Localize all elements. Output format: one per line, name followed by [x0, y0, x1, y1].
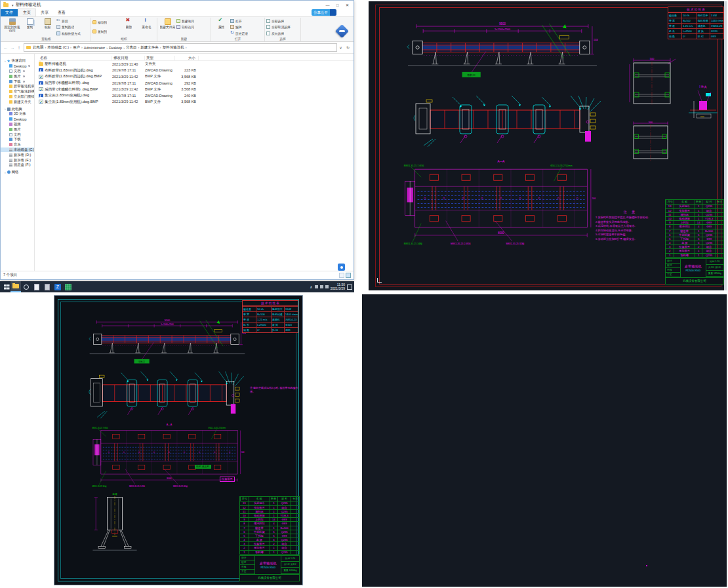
- taskbar-explorer-button[interactable]: [10, 281, 21, 292]
- sidebar-item[interactable]: 图片: [1, 127, 34, 132]
- breadcrumb-item[interactable]: 新建文件夹: [140, 45, 162, 50]
- share-badge[interactable]: 分享公开: [312, 9, 336, 16]
- sidebar-item[interactable]: 新建文件夹: [1, 99, 34, 104]
- action-center-icon[interactable]: [347, 284, 352, 290]
- table-row[interactable]: 布料胶带(1.83mm挡边机).dwg.BMP 2021/3/29 11:42 …: [39, 73, 354, 80]
- sidebar-item[interactable]: Desktop: [1, 117, 34, 122]
- maximize-button[interactable]: □: [333, 1, 342, 9]
- sidebar-item[interactable]: 新加卷 (D:): [1, 152, 34, 157]
- tray-chevron-icon[interactable]: ∧: [310, 284, 312, 289]
- breadcrumb-item[interactable]: Administrator: [84, 46, 109, 50]
- column-header-name[interactable]: 名称: [39, 56, 112, 60]
- sidebar-item[interactable]: 空气输送斜槽组件: [1, 89, 34, 94]
- breadcrumb-item[interactable]: 本地磁盘 (C:): [47, 45, 73, 50]
- taskbar-clock[interactable]: 11:50 2021/3/29: [331, 283, 345, 291]
- table-row[interactable]: 集尘灰(1.83mm应用机).dwg.BMP 2021/3/29 11:42 B…: [39, 99, 354, 106]
- sidebar-item[interactable]: 下载: [1, 79, 34, 84]
- tab-share[interactable]: 共享: [36, 9, 53, 16]
- table-row[interactable]: 后挡带 (米糖醛出料带) .dwg.BMP 2021/3/29 11:42 BM…: [39, 86, 354, 92]
- taskbar-document-button[interactable]: [31, 281, 42, 292]
- ribbon-button[interactable]: 复制路径: [56, 24, 89, 31]
- volume-icon[interactable]: [320, 285, 323, 288]
- ribbon-button[interactable]: 打开: [230, 18, 263, 24]
- ribbon-button[interactable]: 粘贴快捷方式: [56, 30, 89, 37]
- sidebar-item[interactable]: 立太阳门图纸: [1, 94, 34, 100]
- sidebar-item-label: Desktop: [14, 117, 26, 121]
- sidebar-item[interactable]: 图片: [1, 73, 34, 79]
- details-view-toggle[interactable]: [339, 273, 344, 278]
- tab-home[interactable]: 主页: [18, 9, 36, 16]
- file-list: 塑料传输送机 2021/3/29 11:40 文件夹 布料胶带(1.83mm挡边…: [39, 61, 354, 105]
- sidebar-item[interactable]: 固态盘 (F:): [1, 163, 34, 168]
- sidebar-item[interactable]: 新加卷 (E:): [1, 157, 34, 163]
- breadcrumb-item[interactable]: 塑料传输送机: [163, 45, 188, 50]
- breadcrumb-item[interactable]: 分离器: [126, 45, 140, 50]
- minimize-button[interactable]: —: [323, 1, 333, 9]
- sidebar-item[interactable]: 本地磁盘 (C:): [1, 147, 34, 153]
- refresh-icon[interactable]: ↻: [344, 45, 352, 50]
- sidebar-item[interactable]: 网络: [1, 170, 34, 175]
- sidebar-item[interactable]: 音乐: [1, 142, 34, 147]
- back-button[interactable]: ←: [3, 45, 9, 50]
- ribbon-button[interactable]: 属性: [212, 18, 230, 37]
- ime-icon[interactable]: [315, 285, 318, 288]
- ribbon-button[interactable]: 固定到快速访问: [3, 18, 21, 37]
- ribbon-button[interactable]: 历史记录: [230, 30, 263, 37]
- breadcrumb-box[interactable]: 此电脑本地磁盘 (C:)用户AdministratorDesktop分离器新建文…: [24, 43, 337, 52]
- start-button[interactable]: [0, 281, 10, 292]
- ribbon-button[interactable]: 删除: [120, 18, 138, 37]
- sidebar-item-label: 此电脑: [12, 107, 22, 111]
- sidebar-item[interactable]: 此电脑: [1, 106, 34, 111]
- table-row[interactable]: 塑料传输送机 2021/3/29 11:40 文件夹: [39, 61, 354, 68]
- ribbon-button[interactable]: 反向选择: [266, 30, 299, 37]
- breadcrumb-item[interactable]: 用户: [73, 45, 84, 50]
- file-name: 布料胶带(1.83mm挡边机).dwg: [45, 68, 93, 73]
- ribbon-button[interactable]: 粘贴: [39, 18, 56, 37]
- ribbon-button[interactable]: 新建项目: [176, 18, 209, 24]
- cad-drawing-top: 技 术 特 性 表 输送量50 t/h电机功率3 kW带 宽B=500电机转速1…: [369, 1, 727, 290]
- sidebar-item-icon: [9, 95, 12, 98]
- sidebar-item-label: 下载: [14, 79, 21, 84]
- taskbar-cortana-button[interactable]: [21, 281, 31, 292]
- sidebar-item-icon: [7, 108, 10, 111]
- breadcrumb-item[interactable]: Desktop: [109, 46, 126, 50]
- sidebar-item[interactable]: 文档: [1, 69, 34, 74]
- tab-file[interactable]: 文件: [1, 9, 18, 16]
- address-dropdown-icon[interactable]: ∨: [337, 45, 344, 50]
- sidebar-item[interactable]: 下载: [1, 137, 34, 142]
- ribbon-button[interactable]: 轻松访问: [176, 24, 209, 31]
- column-header-size[interactable]: 大小: [175, 56, 199, 60]
- ribbon-button[interactable]: 重命名: [138, 18, 155, 37]
- sidebar-item[interactable]: 快速访问: [1, 58, 34, 64]
- taskbar-spreadsheet-button[interactable]: [63, 281, 73, 292]
- sidebar-item[interactable]: 视频: [1, 122, 34, 127]
- taskbar-viewer-button[interactable]: [42, 281, 52, 292]
- tab-view[interactable]: 查看: [53, 9, 70, 16]
- column-header-type[interactable]: 类型: [145, 56, 175, 60]
- ribbon-button[interactable]: 编辑: [230, 24, 263, 31]
- table-row[interactable]: 后挡带 (米糖醛出料带) .dwg 2019/7/8 17:11 ZWCAD.D…: [39, 80, 354, 87]
- up-button[interactable]: ↑: [16, 45, 22, 50]
- ribbon-button[interactable]: 复制到: [92, 27, 120, 36]
- ribbon-button[interactable]: 全部取消选择: [266, 24, 299, 31]
- ribbon-button[interactable]: 移动到: [92, 18, 120, 27]
- ribbon-button[interactable]: 全部选择: [266, 18, 299, 24]
- ribbon-button[interactable]: 复制: [21, 18, 39, 37]
- network-icon[interactable]: [325, 285, 329, 288]
- ribbon-button[interactable]: 新建文件夹: [159, 18, 176, 37]
- table-row[interactable]: 布料胶带(1.83mm挡边机).dwg 2019/7/8 17:11 ZWCAD…: [39, 68, 354, 74]
- breadcrumb-item[interactable]: 此电脑: [33, 45, 47, 50]
- taskbar-zwcad-button[interactable]: [52, 281, 63, 292]
- forward-button[interactable]: →: [9, 45, 16, 50]
- sidebar-item[interactable]: Desktop: [1, 64, 34, 69]
- floating-widget-icon[interactable]: [338, 264, 345, 271]
- sidebar-item[interactable]: 3D 对象: [1, 111, 34, 117]
- quick-access-chevron-icon[interactable]: ▾: [12, 3, 14, 7]
- ribbon-button[interactable]: 剪切: [56, 18, 89, 24]
- table-row[interactable]: 集尘灰(1.83mm应用机).dwg 2019/7/8 17:11 ZWCAD.…: [39, 92, 354, 99]
- thumbnail-view-toggle[interactable]: [346, 273, 351, 278]
- sidebar-item[interactable]: 胶带输送机装配图: [1, 84, 34, 89]
- sidebar-item[interactable]: 文档: [1, 132, 34, 137]
- column-header-date[interactable]: 修改日期: [112, 56, 145, 60]
- close-button[interactable]: ✕: [342, 1, 352, 9]
